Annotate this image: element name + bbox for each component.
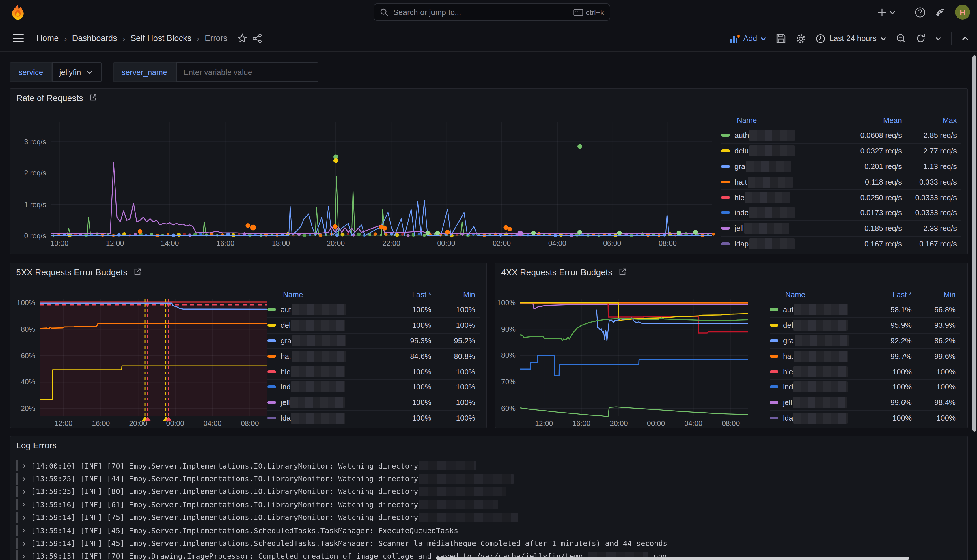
series-color-pill[interactable] [267,370,276,373]
series-color-pill[interactable] [721,181,730,183]
legend-series-name[interactable]: ind [267,379,387,395]
series-color-pill[interactable] [770,386,778,388]
legend-header-last[interactable]: Last * [867,288,916,302]
legend-series-name[interactable]: ha. [267,348,387,364]
variable-server-name-input[interactable]: Enter variable value [176,62,318,82]
legend-header-last[interactable]: Last * [387,288,436,302]
series-color-pill[interactable] [721,134,730,137]
series-color-pill[interactable] [267,417,276,420]
variable-service-select[interactable]: jellyfin [52,62,102,82]
5xx-chart[interactable]: 100%80%60%40%20%12:0016:0020:0000:0004:0… [40,299,267,416]
vertical-scrollbar[interactable] [972,55,976,432]
collapse-up-icon[interactable] [961,35,969,42]
series-color-pill[interactable] [770,324,778,327]
help-icon[interactable] [915,7,925,18]
expand-chevron-icon[interactable]: › [22,525,27,535]
search-input[interactable]: Search or jump to... ctrl+k [374,3,610,21]
zoom-out-icon[interactable] [896,33,906,43]
panel-header[interactable]: Log Errors [10,436,967,453]
legend-series-name[interactable]: gra [267,333,387,348]
external-link-icon[interactable] [133,268,141,276]
legend-series-name[interactable]: jell [770,395,867,410]
legend-header-max[interactable]: Max [907,114,961,128]
refresh-icon[interactable] [916,33,925,43]
legend-series-name[interactable]: auth [721,128,840,143]
4xx-chart[interactable]: 100%90%80%70%60%12:0016:0020:0000:0004:0… [520,299,748,416]
series-color-pill[interactable] [267,355,276,358]
series-color-pill[interactable] [267,324,276,327]
series-color-pill[interactable] [770,417,778,420]
panel-header[interactable]: 5XX Requests Error Budgets [10,263,486,280]
breadcrumb-home[interactable]: Home [37,33,58,43]
legend-series-name[interactable]: ind [770,379,867,395]
avatar[interactable]: H [955,5,970,20]
log-line[interactable]: ›[13:59:14] [INF] [45] Emby.Server.Imple… [16,524,961,537]
legend-header-name[interactable]: Name [267,288,387,302]
save-icon[interactable] [776,33,786,43]
legend-series-name[interactable]: gra [721,158,840,174]
expand-chevron-icon[interactable]: › [22,473,27,484]
external-link-icon[interactable] [89,93,97,102]
series-color-pill[interactable] [267,401,276,404]
series-color-pill[interactable] [721,150,730,152]
breadcrumb-dashboards[interactable]: Dashboards [72,33,117,43]
new-button[interactable] [878,8,895,17]
log-line[interactable]: ›[13:59:25] [INF] [80] Emby.Server.Imple… [16,485,961,498]
series-color-pill[interactable] [721,196,730,199]
horizontal-scrollbar[interactable] [436,557,909,560]
settings-gear-icon[interactable] [796,33,806,43]
legend-series-name[interactable]: aut [770,302,867,317]
panel-header[interactable]: Rate of Requests [10,89,967,106]
legend-header-min[interactable]: Min [916,288,960,302]
add-button[interactable]: Add [730,34,766,43]
menu-icon[interactable] [13,34,24,42]
legend-series-name[interactable]: ha.t [721,174,840,190]
series-color-pill[interactable] [721,242,730,245]
legend-series-name[interactable]: inde [721,205,840,220]
legend-series-name[interactable]: jell [267,395,387,410]
series-color-pill[interactable] [770,308,778,311]
legend-header-min[interactable]: Min [436,288,480,302]
expand-chevron-icon[interactable]: › [22,460,27,471]
series-color-pill[interactable] [770,355,778,358]
legend-series-name[interactable]: gra [770,333,867,348]
series-color-pill[interactable] [267,308,276,311]
series-color-pill[interactable] [770,401,778,404]
legend-header-mean[interactable]: Mean [840,114,907,128]
legend-series-name[interactable]: hle [770,363,867,379]
expand-chevron-icon[interactable]: › [22,487,27,497]
series-color-pill[interactable] [721,212,730,214]
legend-header-name[interactable]: Name [770,288,867,302]
share-icon[interactable] [252,33,262,43]
legend-series-name[interactable]: del [267,317,387,333]
legend-series-name[interactable]: delu [721,143,840,159]
news-icon[interactable] [935,7,946,18]
log-line[interactable]: ›[13:59:14] [INF] [75] Emby.Server.Imple… [16,511,961,524]
star-icon[interactable] [237,33,247,43]
series-color-pill[interactable] [267,386,276,388]
legend-series-name[interactable]: ha. [770,348,867,364]
expand-chevron-icon[interactable]: › [22,538,27,548]
legend-series-name[interactable]: hle [721,189,840,205]
expand-chevron-icon[interactable]: › [22,499,27,510]
log-line[interactable]: ›[13:59:16] [INF] [61] Emby.Server.Imple… [16,498,961,511]
breadcrumb-self-host-blocks[interactable]: Self Host Blocks [130,33,191,43]
log-line[interactable]: ›[13:59:14] [INF] [45] Emby.Server.Imple… [16,537,961,550]
legend-header-name[interactable]: Name [721,114,840,128]
refresh-interval-chevron-icon[interactable] [935,35,941,41]
legend-series-name[interactable]: lda [770,410,867,425]
series-color-pill[interactable] [770,370,778,373]
expand-chevron-icon[interactable]: › [22,551,27,560]
external-link-icon[interactable] [618,268,626,276]
legend-series-name[interactable]: jell [721,220,840,236]
series-color-pill[interactable] [721,227,730,230]
log-line[interactable]: ›[14:00:10] [INF] [70] Emby.Server.Imple… [16,459,961,472]
legend-series-name[interactable]: del [770,317,867,333]
rate-chart[interactable]: 0 req/s1 req/s2 req/s3 req/s10:0012:0014… [51,122,712,236]
log-line[interactable]: ›[13:59:25] [INF] [44] Emby.Server.Imple… [16,472,961,485]
legend-series-name[interactable]: ldap [721,236,840,251]
expand-chevron-icon[interactable]: › [22,512,27,523]
legend-series-name[interactable]: hle [267,363,387,379]
time-range-picker[interactable]: Last 24 hours [816,34,886,43]
grafana-logo-icon[interactable] [9,3,27,21]
